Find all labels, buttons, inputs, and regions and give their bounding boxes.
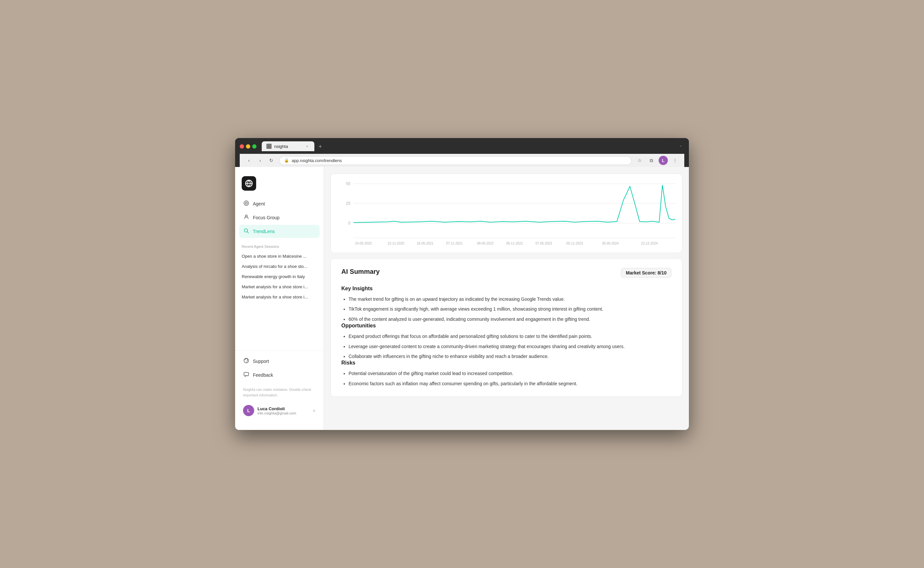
more-options-icon[interactable]: ⋮ — [670, 156, 680, 165]
support-icon — [243, 358, 250, 365]
lock-icon: 🔒 — [284, 158, 289, 163]
market-score-badge: Market Score: 8/10 — [621, 268, 671, 278]
key-insight-2: 60% of the content analyzed is user-gene… — [349, 316, 671, 323]
recent-item-3[interactable]: Market analysis for a shoe store i... — [242, 282, 317, 292]
key-insight-0: The market trend for gifting is on an up… — [349, 296, 671, 303]
maximize-traffic-light[interactable] — [252, 144, 257, 149]
tab-bar: n nsighta × + ˅ — [262, 141, 684, 151]
svg-text:25: 25 — [346, 201, 351, 206]
minimize-traffic-light[interactable] — [246, 144, 250, 149]
svg-text:05-05-2024: 05-05-2024 — [602, 242, 619, 245]
user-email: info.nsighta@gmail.com — [257, 411, 309, 415]
bookmark-icon[interactable]: ☆ — [635, 156, 644, 165]
sidebar-item-feedback-label: Feedback — [253, 372, 273, 378]
bottom-nav-items: Support Feedback — [239, 355, 320, 384]
nav-buttons: ‹ › ↻ — [244, 156, 276, 165]
recent-sessions-section: Recent Agent Sessions Open a shoe store … — [235, 238, 324, 305]
feedback-icon — [243, 372, 250, 379]
user-details: Luca Cordioli info.nsighta@gmail.com — [257, 406, 309, 415]
user-info[interactable]: L Luca Cordioli info.nsighta@gmail.com ∧ — [239, 402, 320, 419]
recent-item-1[interactable]: Analysis of mrcato for a shoe sto... — [242, 261, 317, 272]
key-insights-section: Key Insights The market trend for giftin… — [341, 286, 671, 323]
opportunity-1: Leverage user-generated content to creat… — [349, 343, 671, 350]
summary-card: AI Summary Market Score: 8/10 Key Insigh… — [330, 258, 682, 397]
sidebar-item-focus-group-label: Focus Group — [253, 215, 280, 220]
agent-icon — [243, 200, 250, 207]
risks-list: Potential oversaturation of the gifting … — [341, 370, 671, 387]
sidebar-item-agent[interactable]: Agent — [239, 197, 320, 210]
risk-0: Potential oversaturation of the gifting … — [349, 370, 671, 377]
logo-icon — [242, 176, 256, 191]
svg-text:22-11-2020: 22-11-2020 — [388, 242, 404, 245]
svg-text:22-12-2024: 22-12-2024 — [641, 242, 658, 245]
tab-dropdown-button[interactable]: ˅ — [677, 144, 684, 151]
svg-text:07-05-2023: 07-05-2023 — [535, 242, 552, 245]
tab-close-button[interactable]: × — [304, 144, 310, 149]
sidebar-item-feedback[interactable]: Feedback — [239, 369, 320, 382]
sidebar-bottom: Support Feedback Nsighta can make mistak… — [235, 350, 324, 423]
risks-title: Risks — [341, 360, 671, 366]
traffic-lights — [240, 144, 257, 149]
logo — [235, 174, 324, 197]
sidebar-item-focus-group[interactable]: Focus Group — [239, 211, 320, 224]
svg-text:07-11-2021: 07-11-2021 — [446, 242, 463, 245]
recent-item-4[interactable]: Market analysis for a shoe store i... — [242, 292, 317, 302]
trend-chart: 50 25 0 24-05-2020 22-11-2020 16-05-2021… — [337, 180, 675, 246]
risk-1: Economic factors such as inflation may a… — [349, 380, 671, 387]
browser-chrome: n nsighta × + ˅ ‹ › ↻ 🔒 app.nsighta.com/… — [235, 138, 689, 167]
risks-section: Risks Potential oversaturation of the gi… — [341, 360, 671, 387]
svg-text:50: 50 — [346, 181, 351, 186]
close-traffic-light[interactable] — [240, 144, 244, 149]
svg-text:08-05-2022: 08-05-2022 — [477, 242, 494, 245]
user-chevron-icon[interactable]: ∧ — [313, 408, 316, 413]
address-bar: ‹ › ↻ 🔒 app.nsighta.com/trendlens ☆ ⧉ L … — [240, 154, 684, 167]
opportunities-list: Expand product offerings that focus on a… — [341, 333, 671, 360]
active-tab[interactable]: n nsighta × — [262, 141, 315, 151]
svg-text:06-11-2022: 06-11-2022 — [506, 242, 523, 245]
opportunity-2: Collaborate with influencers in the gift… — [349, 353, 671, 360]
titlebar: n nsighta × + ˅ — [240, 141, 684, 151]
key-insights-list: The market trend for gifting is on an up… — [341, 296, 671, 323]
svg-point-8 — [244, 358, 249, 363]
back-button[interactable]: ‹ — [244, 156, 254, 165]
extension-icon[interactable]: ⧉ — [647, 156, 656, 165]
svg-point-9 — [246, 362, 247, 363]
profile-avatar[interactable]: L — [659, 156, 668, 165]
tab-title: nsighta — [274, 144, 288, 149]
recent-item-0[interactable]: Open a shoe store in Malcesine ... — [242, 251, 317, 261]
reload-button[interactable]: ↻ — [267, 156, 276, 165]
summary-header: AI Summary Market Score: 8/10 — [341, 268, 671, 278]
svg-line-7 — [247, 232, 249, 233]
sidebar-item-trendlens-label: TrendLens — [253, 229, 275, 234]
chart-container: 50 25 0 24-05-2020 22-11-2020 16-05-2021… — [337, 180, 675, 246]
main-content: 50 25 0 24-05-2020 22-11-2020 16-05-2021… — [324, 167, 689, 430]
svg-text:05-11-2023: 05-11-2023 — [566, 242, 583, 245]
focus-group-icon — [243, 214, 250, 221]
sidebar-item-support[interactable]: Support — [239, 355, 320, 368]
svg-point-5 — [245, 215, 247, 217]
opportunities-section: Opportunities Expand product offerings t… — [341, 323, 671, 360]
browser-window: n nsighta × + ˅ ‹ › ↻ 🔒 app.nsighta.com/… — [235, 138, 689, 430]
new-tab-button[interactable]: + — [316, 142, 325, 151]
svg-text:16-05-2021: 16-05-2021 — [417, 242, 434, 245]
key-insight-1: TikTok engagement is significantly high,… — [349, 305, 671, 313]
recent-label: Recent Agent Sessions — [242, 245, 317, 249]
sidebar-item-support-label: Support — [253, 359, 269, 364]
sidebar: Agent Focus Group TrendLens Recent Agent… — [235, 167, 324, 430]
svg-point-3 — [244, 201, 249, 205]
toolbar-icons: ☆ ⧉ L ⋮ — [635, 156, 680, 165]
tab-favicon: n — [266, 144, 272, 149]
app-layout: Agent Focus Group TrendLens Recent Agent… — [235, 167, 689, 430]
recent-item-2[interactable]: Renewable energy growth in Italy — [242, 272, 317, 282]
opportunity-0: Expand product offerings that focus on a… — [349, 333, 671, 340]
key-insights-title: Key Insights — [341, 286, 671, 292]
svg-point-4 — [245, 202, 247, 204]
url-text: app.nsighta.com/trendlens — [292, 158, 342, 163]
user-name: Luca Cordioli — [257, 406, 309, 411]
user-avatar: L — [243, 405, 254, 416]
url-bar[interactable]: 🔒 app.nsighta.com/trendlens — [279, 156, 632, 165]
trendlens-icon — [243, 228, 250, 235]
summary-title: AI Summary — [341, 268, 380, 275]
sidebar-item-trendlens[interactable]: TrendLens — [239, 225, 320, 238]
forward-button[interactable]: › — [256, 156, 265, 165]
